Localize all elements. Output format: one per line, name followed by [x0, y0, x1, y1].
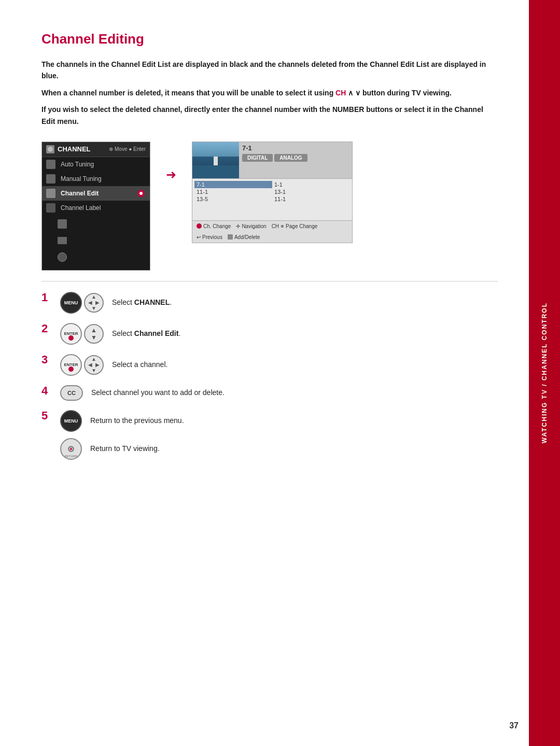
step-2-icons: ENTER ▲ ▼ — [60, 323, 104, 345]
step-return-icons: RETURN — [60, 438, 82, 460]
channel-number-display: 7-1 — [242, 144, 349, 152]
cc-button[interactable]: CC — [60, 385, 83, 401]
page-number: 37 — [509, 721, 519, 730]
body-paragraph-3: If you wish to select the deleted channe… — [41, 104, 498, 127]
footer-ch-change: Ch. Change — [197, 223, 231, 229]
arrow-right: ➜ — [166, 142, 176, 182]
body-paragraph-2: When a channel number is deleted, it mea… — [41, 87, 498, 98]
step-number-5: 5 — [41, 410, 52, 421]
panel-header-right: 7-1 DIGITAL ANALOG — [239, 142, 352, 178]
step-3-text: Select a channel. — [112, 360, 167, 370]
menu-item-icon1 — [42, 215, 150, 233]
step-2-text: Select Channel Edit. — [112, 329, 180, 339]
square-icon — [228, 234, 233, 240]
step-5: 5 MENU Return to the previous menu. — [41, 410, 498, 432]
menu-item-icon2 — [42, 233, 150, 248]
channel-menu-title: CHANNEL — [58, 145, 91, 153]
menu-item-autotuning[interactable]: Auto Tuning — [42, 157, 150, 172]
icon2 — [58, 237, 67, 244]
tab-digital[interactable]: DIGITAL — [242, 154, 273, 162]
icon1 — [58, 219, 67, 229]
step-number-1: 1 — [41, 292, 52, 303]
step-2: 2 ENTER ▲ ▼ Select Channel Edit. — [41, 323, 498, 345]
return-dot — [68, 446, 74, 452]
sidebar: WATCHING TV / CHANNEL CONTROL — [529, 0, 560, 746]
step-1: 1 MENU ▲ ◀▶ ▼ Select CHANNEL. — [41, 292, 498, 314]
enter-dot-2 — [68, 367, 74, 372]
digital-item-1[interactable]: 7-1 — [194, 181, 272, 188]
step-1-text: Select CHANNEL. — [112, 298, 172, 308]
steps-container: 1 MENU ▲ ◀▶ ▼ Select CHANNEL. — [41, 292, 498, 460]
enter-dot — [68, 335, 74, 341]
nav-icon: ✛ — [236, 223, 240, 229]
step-1-icons: MENU ▲ ◀▶ ▼ — [60, 292, 104, 314]
step-4-icons: CC — [60, 385, 83, 401]
tab-analog[interactable]: ANALOG — [274, 154, 307, 162]
analog-item-2[interactable]: 13-1 — [272, 188, 350, 195]
page-title: Channel Editing — [41, 31, 498, 47]
circle-icon — [197, 223, 202, 229]
nav-button-2[interactable]: ▲ ▼ — [84, 324, 104, 344]
footer-navigation: ✛ Navigation — [236, 223, 266, 229]
channel-nav-hint: ⊕ Move ● Enter — [109, 146, 146, 152]
channel-list-body: 7-1 11-1 13-5 1-1 13-1 11-1 — [192, 179, 352, 220]
section-divider — [41, 281, 498, 281]
channel-icon — [46, 145, 54, 153]
panel-footer: Ch. Change ✛ Navigation CH ⊕ Page Change… — [192, 220, 352, 243]
nav-button-3[interactable]: ▲ ◀▶ ▼ — [84, 355, 104, 375]
step-5-text: Return to the previous menu. — [90, 416, 184, 426]
footer-previous: ↩ Previous — [197, 234, 222, 240]
analog-item-3[interactable]: 11-1 — [272, 195, 350, 203]
menu-button-2[interactable]: MENU — [60, 410, 82, 432]
step-return: 5 RETURN Return to TV viewing. — [41, 438, 498, 460]
channellabel-icon — [46, 203, 55, 213]
step-4: 4 CC Select channel you want to add or d… — [41, 385, 498, 401]
channel-menu: CHANNEL ⊕ Move ● Enter Auto Tuning Manua… — [41, 142, 150, 271]
enter-button-2[interactable]: ENTER — [60, 354, 82, 376]
channel-menu-header: CHANNEL ⊕ Move ● Enter — [42, 142, 150, 157]
analog-item-1[interactable]: 1-1 — [272, 181, 350, 188]
analog-list: 1-1 13-1 11-1 — [272, 181, 350, 218]
channeledit-icon — [46, 189, 55, 198]
digital-item-2[interactable]: 11-1 — [194, 188, 272, 195]
step-4-text: Select channel you want to add or delete… — [91, 388, 225, 398]
digital-list: 7-1 11-1 13-5 — [194, 181, 272, 218]
menu-item-icon3 — [42, 248, 150, 270]
step-number-4: 4 — [41, 385, 52, 397]
step-number-2: 2 — [41, 323, 52, 334]
arrow-icon: ↩ — [197, 234, 201, 240]
screenshot-area: CHANNEL ⊕ Move ● Enter Auto Tuning Manua… — [41, 142, 498, 271]
channel-tabs: DIGITAL ANALOG — [242, 154, 349, 162]
step-return-text: Return to TV viewing. — [90, 444, 160, 454]
menu-item-channellabel[interactable]: Channel Label — [42, 201, 150, 215]
step-3: 3 ENTER ▲ ◀▶ ▼ Select a ch — [41, 354, 498, 376]
step-5-icons: MENU — [60, 410, 82, 432]
step-number-3: 3 — [41, 354, 52, 365]
enter-button[interactable]: ENTER — [60, 323, 82, 345]
panel-header: 7-1 DIGITAL ANALOG — [192, 142, 352, 179]
icon3 — [58, 252, 67, 262]
channel-preview — [192, 142, 239, 178]
footer-add-delete: Add/Delete — [228, 234, 260, 240]
step-3-icons: ENTER ▲ ◀▶ ▼ — [60, 354, 104, 376]
sidebar-label: WATCHING TV / CHANNEL CONTROL — [541, 302, 548, 443]
menu-button[interactable]: MENU — [60, 292, 82, 314]
autotuning-icon — [46, 160, 55, 169]
footer-page-change: CH ⊕ Page Change — [272, 223, 318, 229]
channel-edit-panel: 7-1 DIGITAL ANALOG 7-1 11-1 13-5 — [192, 142, 353, 243]
main-content: Channel Editing The channels in the Chan… — [0, 0, 529, 746]
active-indicator — [137, 190, 145, 197]
page-container: Channel Editing The channels in the Chan… — [0, 0, 560, 746]
return-label: RETURN — [65, 455, 78, 458]
digital-item-3[interactable]: 13-5 — [194, 195, 272, 203]
nav-button-1[interactable]: ▲ ◀▶ ▼ — [84, 293, 104, 313]
manualtuning-icon — [46, 174, 55, 184]
menu-item-channeledit[interactable]: Channel Edit — [42, 186, 150, 201]
body-paragraph-1: The channels in the Channel Edit List ar… — [41, 59, 498, 82]
return-button[interactable]: RETURN — [60, 438, 82, 460]
menu-item-manualtuning[interactable]: Manual Tuning — [42, 172, 150, 186]
